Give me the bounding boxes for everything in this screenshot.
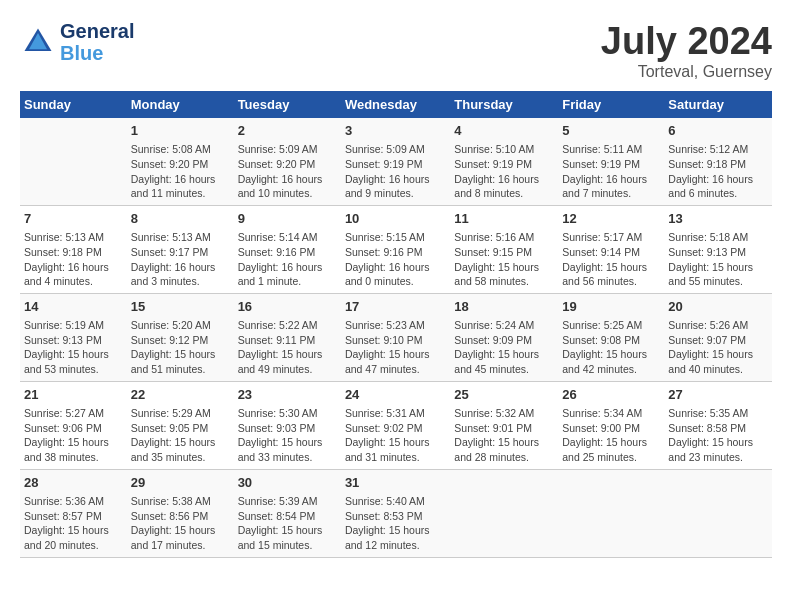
day-number: 26: [562, 386, 660, 404]
month-title: July 2024: [601, 20, 772, 63]
day-cell: 9Sunrise: 5:14 AM Sunset: 9:16 PM Daylig…: [234, 205, 341, 293]
location: Torteval, Guernsey: [601, 63, 772, 81]
day-cell: [20, 118, 127, 205]
day-info: Sunrise: 5:23 AM Sunset: 9:10 PM Dayligh…: [345, 318, 446, 377]
weekday-header-row: SundayMondayTuesdayWednesdayThursdayFrid…: [20, 91, 772, 118]
day-cell: 15Sunrise: 5:20 AM Sunset: 9:12 PM Dayli…: [127, 293, 234, 381]
day-info: Sunrise: 5:31 AM Sunset: 9:02 PM Dayligh…: [345, 406, 446, 465]
day-cell: 3Sunrise: 5:09 AM Sunset: 9:19 PM Daylig…: [341, 118, 450, 205]
day-info: Sunrise: 5:22 AM Sunset: 9:11 PM Dayligh…: [238, 318, 337, 377]
day-number: 14: [24, 298, 123, 316]
day-cell: 19Sunrise: 5:25 AM Sunset: 9:08 PM Dayli…: [558, 293, 664, 381]
day-number: 27: [668, 386, 768, 404]
day-cell: 1Sunrise: 5:08 AM Sunset: 9:20 PM Daylig…: [127, 118, 234, 205]
day-number: 8: [131, 210, 230, 228]
day-cell: 4Sunrise: 5:10 AM Sunset: 9:19 PM Daylig…: [450, 118, 558, 205]
day-cell: 24Sunrise: 5:31 AM Sunset: 9:02 PM Dayli…: [341, 381, 450, 469]
day-number: 30: [238, 474, 337, 492]
day-info: Sunrise: 5:20 AM Sunset: 9:12 PM Dayligh…: [131, 318, 230, 377]
day-info: Sunrise: 5:24 AM Sunset: 9:09 PM Dayligh…: [454, 318, 554, 377]
day-number: 31: [345, 474, 446, 492]
day-cell: 13Sunrise: 5:18 AM Sunset: 9:13 PM Dayli…: [664, 205, 772, 293]
day-info: Sunrise: 5:11 AM Sunset: 9:19 PM Dayligh…: [562, 142, 660, 201]
day-info: Sunrise: 5:36 AM Sunset: 8:57 PM Dayligh…: [24, 494, 123, 553]
day-number: 13: [668, 210, 768, 228]
day-info: Sunrise: 5:09 AM Sunset: 9:20 PM Dayligh…: [238, 142, 337, 201]
day-number: 5: [562, 122, 660, 140]
logo: General Blue: [20, 20, 134, 64]
day-number: 2: [238, 122, 337, 140]
day-cell: 30Sunrise: 5:39 AM Sunset: 8:54 PM Dayli…: [234, 469, 341, 557]
day-number: 20: [668, 298, 768, 316]
weekday-header-thursday: Thursday: [450, 91, 558, 118]
day-number: 25: [454, 386, 554, 404]
day-number: 15: [131, 298, 230, 316]
day-cell: 31Sunrise: 5:40 AM Sunset: 8:53 PM Dayli…: [341, 469, 450, 557]
week-row-2: 7Sunrise: 5:13 AM Sunset: 9:18 PM Daylig…: [20, 205, 772, 293]
day-cell: 28Sunrise: 5:36 AM Sunset: 8:57 PM Dayli…: [20, 469, 127, 557]
day-cell: 26Sunrise: 5:34 AM Sunset: 9:00 PM Dayli…: [558, 381, 664, 469]
week-row-3: 14Sunrise: 5:19 AM Sunset: 9:13 PM Dayli…: [20, 293, 772, 381]
day-cell: [450, 469, 558, 557]
day-number: 11: [454, 210, 554, 228]
day-info: Sunrise: 5:15 AM Sunset: 9:16 PM Dayligh…: [345, 230, 446, 289]
day-number: 17: [345, 298, 446, 316]
day-info: Sunrise: 5:38 AM Sunset: 8:56 PM Dayligh…: [131, 494, 230, 553]
day-number: 10: [345, 210, 446, 228]
weekday-header-friday: Friday: [558, 91, 664, 118]
day-cell: 16Sunrise: 5:22 AM Sunset: 9:11 PM Dayli…: [234, 293, 341, 381]
weekday-header-wednesday: Wednesday: [341, 91, 450, 118]
day-number: 1: [131, 122, 230, 140]
day-info: Sunrise: 5:26 AM Sunset: 9:07 PM Dayligh…: [668, 318, 768, 377]
page-header: General Blue July 2024 Torteval, Guernse…: [20, 20, 772, 81]
day-number: 29: [131, 474, 230, 492]
day-info: Sunrise: 5:40 AM Sunset: 8:53 PM Dayligh…: [345, 494, 446, 553]
day-cell: 8Sunrise: 5:13 AM Sunset: 9:17 PM Daylig…: [127, 205, 234, 293]
day-cell: 22Sunrise: 5:29 AM Sunset: 9:05 PM Dayli…: [127, 381, 234, 469]
day-info: Sunrise: 5:13 AM Sunset: 9:18 PM Dayligh…: [24, 230, 123, 289]
day-number: 4: [454, 122, 554, 140]
day-number: 18: [454, 298, 554, 316]
day-cell: 18Sunrise: 5:24 AM Sunset: 9:09 PM Dayli…: [450, 293, 558, 381]
day-number: 21: [24, 386, 123, 404]
day-cell: 29Sunrise: 5:38 AM Sunset: 8:56 PM Dayli…: [127, 469, 234, 557]
day-cell: 20Sunrise: 5:26 AM Sunset: 9:07 PM Dayli…: [664, 293, 772, 381]
day-number: 22: [131, 386, 230, 404]
day-info: Sunrise: 5:16 AM Sunset: 9:15 PM Dayligh…: [454, 230, 554, 289]
week-row-5: 28Sunrise: 5:36 AM Sunset: 8:57 PM Dayli…: [20, 469, 772, 557]
day-cell: 11Sunrise: 5:16 AM Sunset: 9:15 PM Dayli…: [450, 205, 558, 293]
weekday-header-tuesday: Tuesday: [234, 91, 341, 118]
day-info: Sunrise: 5:30 AM Sunset: 9:03 PM Dayligh…: [238, 406, 337, 465]
day-info: Sunrise: 5:35 AM Sunset: 8:58 PM Dayligh…: [668, 406, 768, 465]
day-info: Sunrise: 5:29 AM Sunset: 9:05 PM Dayligh…: [131, 406, 230, 465]
day-number: 28: [24, 474, 123, 492]
day-info: Sunrise: 5:08 AM Sunset: 9:20 PM Dayligh…: [131, 142, 230, 201]
week-row-4: 21Sunrise: 5:27 AM Sunset: 9:06 PM Dayli…: [20, 381, 772, 469]
day-info: Sunrise: 5:39 AM Sunset: 8:54 PM Dayligh…: [238, 494, 337, 553]
day-info: Sunrise: 5:34 AM Sunset: 9:00 PM Dayligh…: [562, 406, 660, 465]
day-number: 6: [668, 122, 768, 140]
day-cell: 2Sunrise: 5:09 AM Sunset: 9:20 PM Daylig…: [234, 118, 341, 205]
day-cell: 23Sunrise: 5:30 AM Sunset: 9:03 PM Dayli…: [234, 381, 341, 469]
logo-icon: [20, 24, 56, 60]
day-cell: 10Sunrise: 5:15 AM Sunset: 9:16 PM Dayli…: [341, 205, 450, 293]
logo-text: General Blue: [60, 20, 134, 64]
day-cell: 14Sunrise: 5:19 AM Sunset: 9:13 PM Dayli…: [20, 293, 127, 381]
day-number: 7: [24, 210, 123, 228]
day-info: Sunrise: 5:27 AM Sunset: 9:06 PM Dayligh…: [24, 406, 123, 465]
calendar-table: SundayMondayTuesdayWednesdayThursdayFrid…: [20, 91, 772, 558]
weekday-header-monday: Monday: [127, 91, 234, 118]
day-cell: [558, 469, 664, 557]
day-cell: 17Sunrise: 5:23 AM Sunset: 9:10 PM Dayli…: [341, 293, 450, 381]
day-info: Sunrise: 5:25 AM Sunset: 9:08 PM Dayligh…: [562, 318, 660, 377]
day-cell: 27Sunrise: 5:35 AM Sunset: 8:58 PM Dayli…: [664, 381, 772, 469]
day-cell: 7Sunrise: 5:13 AM Sunset: 9:18 PM Daylig…: [20, 205, 127, 293]
day-number: 3: [345, 122, 446, 140]
day-cell: [664, 469, 772, 557]
week-row-1: 1Sunrise: 5:08 AM Sunset: 9:20 PM Daylig…: [20, 118, 772, 205]
title-area: July 2024 Torteval, Guernsey: [601, 20, 772, 81]
day-cell: 25Sunrise: 5:32 AM Sunset: 9:01 PM Dayli…: [450, 381, 558, 469]
day-number: 16: [238, 298, 337, 316]
weekday-header-sunday: Sunday: [20, 91, 127, 118]
day-info: Sunrise: 5:17 AM Sunset: 9:14 PM Dayligh…: [562, 230, 660, 289]
